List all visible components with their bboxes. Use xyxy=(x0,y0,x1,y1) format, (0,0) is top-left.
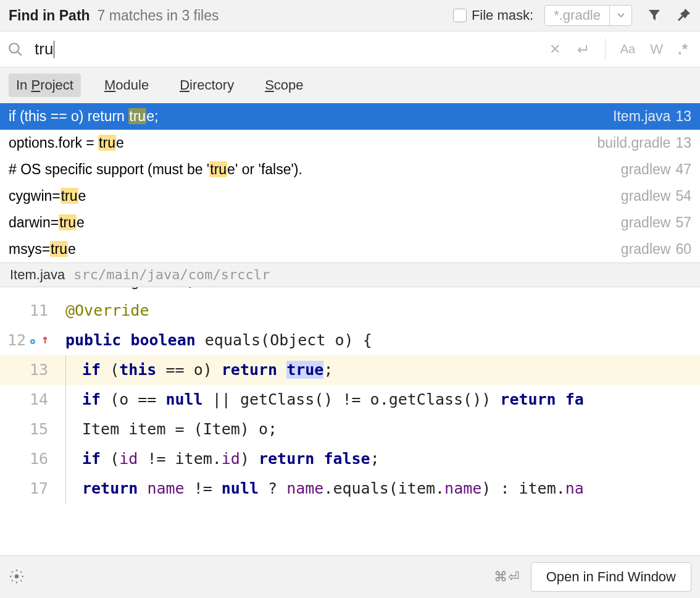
scope-tabs: In Project Module Directory Scope xyxy=(0,67,700,103)
code-text: if (o == null || getClass() != o.getClas… xyxy=(54,385,584,415)
words-icon[interactable]: W xyxy=(650,41,663,57)
separator xyxy=(605,38,606,61)
caret-icon xyxy=(54,41,54,58)
result-location: gradlew54 xyxy=(621,188,691,204)
code-text: String name; xyxy=(54,287,196,296)
result-row[interactable]: if (this == o) return true;Item.java13 xyxy=(0,103,700,130)
result-row[interactable]: cygwin=truegradlew54 xyxy=(0,183,700,209)
tab-directory[interactable]: Directory xyxy=(172,74,241,97)
dialog-title: Find in Path xyxy=(9,7,90,24)
match-count: 7 matches in 3 files xyxy=(98,7,219,24)
preview-path-bar: Item.java src/main/java/com/srcclr xyxy=(0,263,700,287)
clear-icon[interactable]: ✕ xyxy=(549,41,560,57)
keyboard-shortcut: ⌘⏎ xyxy=(494,569,520,585)
file-mask-value: *.gradle xyxy=(545,7,609,23)
match-case-icon[interactable]: Aa xyxy=(620,42,635,56)
file-mask-toggle[interactable]: File mask: xyxy=(453,7,533,23)
result-row[interactable]: msys=truegradlew60 xyxy=(0,236,700,263)
result-text: options.fork = true xyxy=(9,135,597,151)
code-line[interactable]: 14if (o == null || getClass() != o.getCl… xyxy=(0,385,700,415)
file-mask-dropdown[interactable]: *.gradle xyxy=(544,5,632,26)
code-line[interactable]: 10 String name; xyxy=(0,287,700,296)
line-number: 17 xyxy=(0,474,54,503)
regex-icon[interactable]: .* xyxy=(678,41,688,58)
search-icon[interactable] xyxy=(7,41,23,57)
checkbox-icon[interactable] xyxy=(453,9,467,22)
svg-point-0 xyxy=(9,43,19,53)
result-row[interactable]: # OS specific support (must be 'true' or… xyxy=(0,156,700,183)
code-text: Item item = (Item) o; xyxy=(54,415,277,444)
code-line[interactable]: 11@Override xyxy=(0,296,700,326)
line-number: 15 xyxy=(0,415,54,444)
code-text: return name != null ? name.equals(item.n… xyxy=(54,474,584,503)
pin-icon[interactable] xyxy=(677,7,691,24)
result-row[interactable]: darwin=truegradlew57 xyxy=(0,209,700,236)
code-line[interactable]: 13if (this == o) return true; xyxy=(0,355,700,385)
line-number: 11 xyxy=(0,296,54,326)
code-line[interactable]: 16if (id != item.id) return false; xyxy=(0,444,700,474)
result-text: darwin=true xyxy=(9,214,621,231)
result-location: build.gradle13 xyxy=(597,135,691,151)
tab-scope[interactable]: Scope xyxy=(257,74,310,97)
result-text: cygwin=true xyxy=(9,188,621,204)
result-text: # OS specific support (must be 'true' or… xyxy=(9,161,621,178)
search-input[interactable]: tru xyxy=(35,40,53,59)
new-line-icon[interactable] xyxy=(575,43,590,56)
dialog-footer: ⌘⏎ Open in Find Window xyxy=(0,555,700,598)
result-location: gradlew57 xyxy=(621,214,691,231)
code-line[interactable]: 15Item item = (Item) o; xyxy=(0,415,700,444)
tab-in-project[interactable]: In Project xyxy=(9,74,81,97)
code-text: public boolean equals(Object o) { xyxy=(54,326,372,355)
result-location: gradlew47 xyxy=(621,161,691,178)
chevron-down-icon[interactable] xyxy=(609,6,631,25)
line-number: 14 xyxy=(0,385,54,415)
open-in-find-window-button[interactable]: Open in Find Window xyxy=(531,562,691,592)
line-number: 16 xyxy=(0,444,54,474)
preview-file-path: src/main/java/com/srcclr xyxy=(73,267,270,282)
code-text: if (this == o) return true; xyxy=(54,355,333,385)
filter-icon[interactable] xyxy=(647,7,662,24)
result-text: if (this == o) return true; xyxy=(9,108,613,125)
code-preview[interactable]: 10 String name;11@Override12public boole… xyxy=(0,287,700,555)
result-text: msys=true xyxy=(9,241,621,258)
line-number: 10 xyxy=(0,287,54,296)
code-text: if (id != item.id) return false; xyxy=(54,444,380,474)
svg-point-3 xyxy=(32,341,34,343)
result-row[interactable]: options.fork = truebuild.gradle13 xyxy=(0,130,700,156)
svg-line-1 xyxy=(17,51,22,56)
code-line[interactable]: 17return name != null ? name.equals(item… xyxy=(0,474,700,503)
line-number: 12 xyxy=(0,326,54,355)
result-location: Item.java13 xyxy=(613,108,691,125)
line-number: 13 xyxy=(0,355,54,385)
dialog-header: Find in Path 7 matches in 3 files File m… xyxy=(0,0,700,32)
svg-point-4 xyxy=(15,574,19,578)
preview-file-name: Item.java xyxy=(10,267,65,283)
file-mask-label: File mask: xyxy=(472,7,533,23)
code-text: @Override xyxy=(54,296,149,326)
gear-icon[interactable] xyxy=(9,568,25,586)
tab-module[interactable]: Module xyxy=(97,74,156,97)
results-list: if (this == o) return true;Item.java13op… xyxy=(0,103,700,263)
search-row: tru ✕ Aa W .* xyxy=(0,32,700,67)
code-line[interactable]: 12public boolean equals(Object o) { xyxy=(0,326,700,355)
result-location: gradlew60 xyxy=(621,241,691,258)
